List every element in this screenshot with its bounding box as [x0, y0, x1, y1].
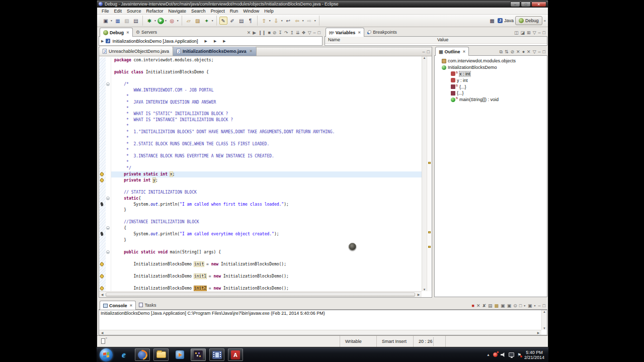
network-icon[interactable] [509, 352, 514, 357]
outline-item[interactable]: InitializationBlocksDemo [435, 64, 547, 71]
start-button[interactable] [100, 348, 113, 361]
last-edit-location-icon[interactable] [284, 17, 292, 25]
outline-item[interactable]: {...} [435, 90, 547, 97]
code-line[interactable] [99, 63, 422, 69]
close-icon[interactable]: ✕ [358, 31, 361, 35]
maximize-icon[interactable] [318, 30, 320, 35]
remove-terminated-icon[interactable] [247, 30, 251, 35]
next-annotation-dropdown-icon[interactable]: ▼ [281, 19, 283, 22]
code-line[interactable]: InitializationBlocksDemo init = new Init… [99, 261, 422, 267]
occurrence-mark[interactable] [428, 162, 431, 164]
debug-process-label[interactable]: InitializationBlocksDemo [Java Applicati… [112, 39, 198, 44]
minimize-icon[interactable] [538, 303, 541, 308]
external-tools-icon[interactable] [168, 17, 176, 25]
fold-collapse-icon[interactable] [106, 250, 110, 254]
close-icon[interactable]: ✕ [126, 31, 129, 35]
show-stderr-console-icon[interactable] [507, 303, 512, 308]
code-editor[interactable]: package com.interviewdot.modules.objects… [99, 56, 422, 291]
fold-collapse-icon[interactable] [106, 82, 110, 86]
show-whitespace-icon[interactable] [247, 17, 255, 25]
expand-icon[interactable]: ▶ [101, 39, 104, 43]
hide-local-types-icon[interactable] [527, 49, 531, 54]
run-dropdown-icon[interactable]: ▼ [165, 19, 167, 22]
maximize-icon[interactable] [543, 49, 545, 54]
menu-edit[interactable]: Edit [112, 9, 125, 14]
tab-tasks[interactable]: Tasks [136, 301, 159, 309]
forward-icon[interactable] [305, 17, 313, 25]
console-toggle-icon[interactable] [237, 17, 246, 25]
remove-all-launches-icon[interactable] [482, 303, 487, 308]
scrollbar-thumb[interactable] [106, 293, 415, 297]
outline-item[interactable]: Smain(String[]) : void [435, 97, 547, 103]
hide-fields-icon[interactable] [511, 49, 515, 54]
collapse-all-icon[interactable] [527, 30, 531, 35]
action-center-icon[interactable]: ⚑ [517, 352, 521, 357]
scroll-left-icon[interactable]: ◀ [99, 331, 105, 334]
outline-item[interactable]: com.interviewdot.modules.objects [435, 58, 547, 64]
debug-perspective-button[interactable]: Debug [515, 16, 542, 25]
java-perspective-label[interactable]: Java [504, 18, 514, 23]
recorder-icon[interactable] [493, 352, 498, 357]
taskbar-clock[interactable]: 5:40 PM 2/21/2014 [524, 350, 545, 360]
save-icon[interactable] [114, 17, 122, 25]
code-line[interactable] [99, 213, 422, 219]
code-line[interactable]: public static void main(String[] args) { [99, 249, 422, 255]
open-console-dropdown-icon[interactable]: ▼ [534, 304, 536, 307]
menu-refactor[interactable]: Refactor [144, 9, 166, 14]
code-line[interactable]: * WHAT IS "INSTANCE" INITIALIZATION BLOC… [99, 117, 422, 123]
close-icon[interactable]: ✕ [250, 49, 253, 53]
code-line[interactable]: * [99, 135, 422, 141]
debug-dropdown-icon[interactable]: ▼ [154, 19, 156, 22]
java-perspective-icon[interactable]: J [498, 18, 503, 23]
forward-dropdown-icon[interactable]: ▼ [314, 19, 316, 22]
focus-icon[interactable] [500, 49, 503, 54]
new-wizard-dropdown-icon[interactable]: ▼ [110, 19, 113, 22]
step-over-icon[interactable] [284, 30, 288, 35]
media-player-button[interactable] [172, 348, 187, 361]
disconnect-icon[interactable] [273, 30, 277, 35]
outline-item[interactable]: Sx : int [435, 71, 547, 77]
tab-initializationblocksdemo[interactable]: J InitializationBlocksDemo.java ✕ [173, 47, 256, 56]
occurrence-mark[interactable] [428, 246, 431, 248]
terminate-icon[interactable] [472, 303, 474, 308]
menu-search[interactable]: Search [189, 9, 208, 14]
code-line[interactable]: * 1."INITIALIZATION BLOCKS" DONT HAVE NA… [99, 129, 422, 135]
internet-explorer-button[interactable]: e [116, 348, 131, 361]
code-line[interactable]: * [99, 159, 422, 165]
editor-horizontal-scrollbar[interactable]: ◀ ▶ [99, 291, 422, 297]
perspective-overflow[interactable]: » [544, 19, 546, 23]
code-line[interactable]: package com.interviewdot.modules.objects… [99, 57, 422, 63]
next-annotation-icon[interactable] [272, 17, 280, 25]
hide-non-public-icon[interactable] [522, 49, 525, 54]
code-line[interactable] [99, 243, 422, 249]
mark-occurrences-icon[interactable] [219, 17, 227, 25]
code-line[interactable]: */ [99, 165, 422, 171]
code-line[interactable]: InitializationBlocksDemo init2 = new Ini… [99, 286, 422, 291]
code-line[interactable]: * [99, 123, 422, 129]
menu-navigate[interactable]: Navigate [166, 9, 189, 14]
view-menu-icon[interactable] [308, 30, 311, 35]
tab-debug[interactable]: Debug ✕ [100, 28, 133, 37]
menu-window[interactable]: Window [240, 9, 262, 14]
new-wizard-icon[interactable] [102, 17, 110, 25]
show-type-names-icon[interactable] [514, 30, 519, 35]
minimize-icon[interactable] [313, 30, 316, 35]
clear-console-icon[interactable] [488, 303, 493, 308]
new-package-icon[interactable] [194, 17, 202, 25]
step-return-icon[interactable] [290, 30, 294, 35]
close-window-button[interactable]: ✕ [531, 2, 546, 7]
maximize-icon[interactable] [427, 49, 430, 54]
new-class-dropdown-icon[interactable]: ▼ [211, 19, 214, 22]
external-tools-dropdown-icon[interactable]: ▼ [177, 19, 179, 22]
view-menu-icon[interactable] [533, 30, 536, 35]
menu-file[interactable]: File [99, 9, 112, 14]
new-class-icon[interactable] [203, 17, 211, 25]
view-menu-icon[interactable] [533, 49, 536, 54]
code-line[interactable]: * [99, 147, 422, 153]
tray-expand-icon[interactable]: ▲ [487, 353, 490, 356]
maximize-icon[interactable] [543, 303, 545, 308]
code-line[interactable]: * [99, 94, 422, 100]
menu-project[interactable]: Project [208, 9, 227, 14]
code-line[interactable]: * JAVA INTERVIEW QUESTION AND ANSWER [99, 100, 422, 106]
use-step-filters-icon[interactable] [302, 30, 306, 35]
